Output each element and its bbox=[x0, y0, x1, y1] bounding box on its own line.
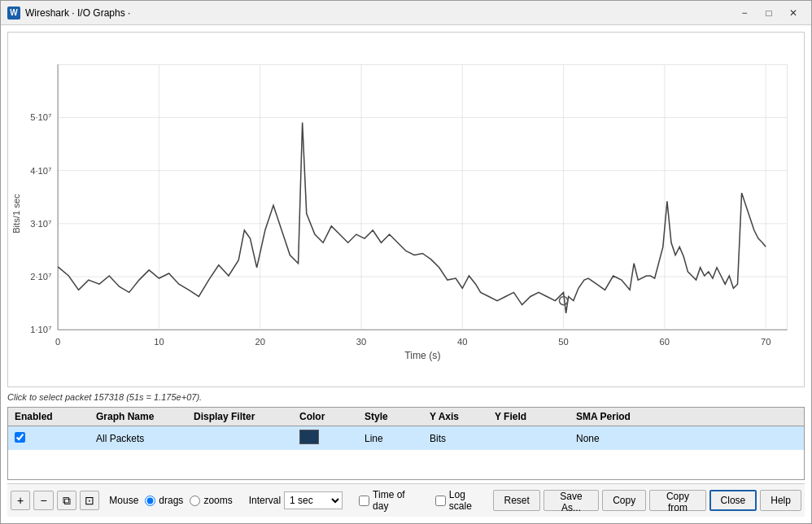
close-button[interactable]: Close bbox=[709, 490, 757, 511]
cell-y-field bbox=[491, 437, 573, 440]
cell-sma-period: None bbox=[573, 431, 670, 446]
svg-text:10: 10 bbox=[154, 337, 164, 347]
header-color: Color bbox=[296, 409, 361, 424]
zooms-option[interactable]: zooms bbox=[190, 495, 232, 506]
app-icon: W bbox=[7, 7, 20, 20]
time-of-day-section: Time of day bbox=[359, 489, 419, 512]
bottom-toolbar: + − ⧉ ⊡ Mouse drags zooms bbox=[7, 483, 805, 517]
table-header: Enabled Graph Name Display Filter Color … bbox=[8, 408, 804, 426]
header-y-field: Y Field bbox=[491, 409, 573, 424]
header-y-axis: Y Axis bbox=[426, 409, 491, 424]
chart-container[interactable]: 5·10⁷ 4·10⁷ 3·10⁷ 2·10⁷ 1·10⁷ Bits/1 sec… bbox=[7, 32, 805, 387]
add-graph-button[interactable]: + bbox=[11, 491, 30, 510]
clear-graph-button[interactable]: ⊡ bbox=[80, 491, 99, 510]
zooms-label: zooms bbox=[203, 495, 232, 506]
header-style: Style bbox=[361, 409, 426, 424]
action-buttons: Save As... Copy Copy from Close Help bbox=[544, 490, 801, 511]
interval-select[interactable]: 1 sec 0.1 sec 10 msec 1 msec bbox=[284, 491, 343, 509]
window-title: Wireshark · I/O Graphs · bbox=[25, 7, 733, 19]
drags-option[interactable]: drags bbox=[145, 495, 183, 506]
svg-text:4·10⁷: 4·10⁷ bbox=[30, 166, 51, 176]
header-display-filter: Display Filter bbox=[190, 409, 296, 424]
svg-text:30: 30 bbox=[356, 337, 366, 347]
zooms-radio[interactable] bbox=[190, 496, 200, 506]
io-graph-svg: 5·10⁷ 4·10⁷ 3·10⁷ 2·10⁷ 1·10⁷ Bits/1 sec… bbox=[8, 33, 804, 386]
time-of-day-checkbox[interactable] bbox=[359, 496, 369, 506]
cell-y-axis: Bits bbox=[426, 431, 491, 446]
titlebar: W Wireshark · I/O Graphs · − □ ✕ bbox=[1, 1, 811, 25]
titlebar-buttons: − □ ✕ bbox=[733, 5, 805, 21]
svg-text:40: 40 bbox=[457, 337, 467, 347]
svg-text:20: 20 bbox=[255, 337, 264, 347]
svg-text:2·10⁷: 2·10⁷ bbox=[30, 272, 51, 282]
svg-rect-1 bbox=[58, 64, 788, 330]
drags-radio[interactable] bbox=[145, 496, 155, 506]
color-swatch[interactable] bbox=[299, 430, 319, 444]
copy-from-button[interactable]: Copy from bbox=[649, 490, 705, 511]
cell-graph-name: All Packets bbox=[93, 431, 190, 446]
svg-text:3·10⁷: 3·10⁷ bbox=[30, 219, 51, 229]
svg-text:60: 60 bbox=[660, 337, 670, 347]
graph-table: Enabled Graph Name Display Filter Color … bbox=[7, 407, 805, 480]
svg-text:Time (s): Time (s) bbox=[404, 350, 440, 361]
svg-text:5·10⁷: 5·10⁷ bbox=[30, 112, 51, 122]
svg-text:Bits/1 sec: Bits/1 sec bbox=[11, 194, 21, 234]
time-of-day-label: Time of day bbox=[373, 489, 419, 512]
table-row[interactable]: All Packets Line Bits None bbox=[8, 426, 804, 450]
header-enabled: Enabled bbox=[11, 409, 93, 424]
status-text: Click to select packet 157318 (51s = 1.1… bbox=[7, 392, 202, 402]
mouse-label: Mouse bbox=[109, 495, 138, 506]
svg-text:1·10⁷: 1·10⁷ bbox=[30, 325, 51, 334]
cell-enabled[interactable] bbox=[11, 430, 93, 447]
svg-text:70: 70 bbox=[761, 337, 771, 347]
header-sma-period: SMA Period bbox=[573, 409, 670, 424]
content-area: 5·10⁷ 4·10⁷ 3·10⁷ 2·10⁷ 1·10⁷ Bits/1 sec… bbox=[1, 25, 811, 523]
svg-text:0: 0 bbox=[55, 337, 60, 347]
drags-label: drags bbox=[159, 495, 183, 506]
enabled-checkbox[interactable] bbox=[15, 432, 25, 443]
status-bar: Click to select packet 157318 (51s = 1.1… bbox=[7, 391, 805, 404]
reset-button[interactable]: Reset bbox=[493, 490, 539, 511]
log-scale-checkbox[interactable] bbox=[435, 496, 446, 506]
cell-color[interactable] bbox=[296, 428, 361, 448]
log-scale-section: Log scale bbox=[435, 489, 487, 512]
log-scale-label: Log scale bbox=[449, 489, 487, 512]
svg-text:50: 50 bbox=[558, 337, 568, 347]
maximize-button[interactable]: □ bbox=[757, 5, 780, 21]
interval-section: Interval 1 sec 0.1 sec 10 msec 1 msec bbox=[249, 491, 343, 509]
main-window: W Wireshark · I/O Graphs · − □ ✕ bbox=[0, 0, 812, 524]
minimize-button[interactable]: − bbox=[733, 5, 756, 21]
copy-button[interactable]: Copy bbox=[602, 490, 646, 511]
header-graph-name: Graph Name bbox=[93, 409, 190, 424]
copy-graph-button[interactable]: ⧉ bbox=[57, 491, 76, 510]
close-window-button[interactable]: ✕ bbox=[782, 5, 805, 21]
mouse-section: Mouse drags zooms bbox=[109, 495, 232, 506]
remove-graph-button[interactable]: − bbox=[33, 491, 53, 510]
save-as-button[interactable]: Save As... bbox=[544, 490, 599, 511]
help-button[interactable]: Help bbox=[760, 490, 801, 511]
interval-label: Interval bbox=[249, 495, 281, 506]
cell-style: Line bbox=[361, 431, 426, 446]
cell-display-filter bbox=[190, 437, 296, 440]
